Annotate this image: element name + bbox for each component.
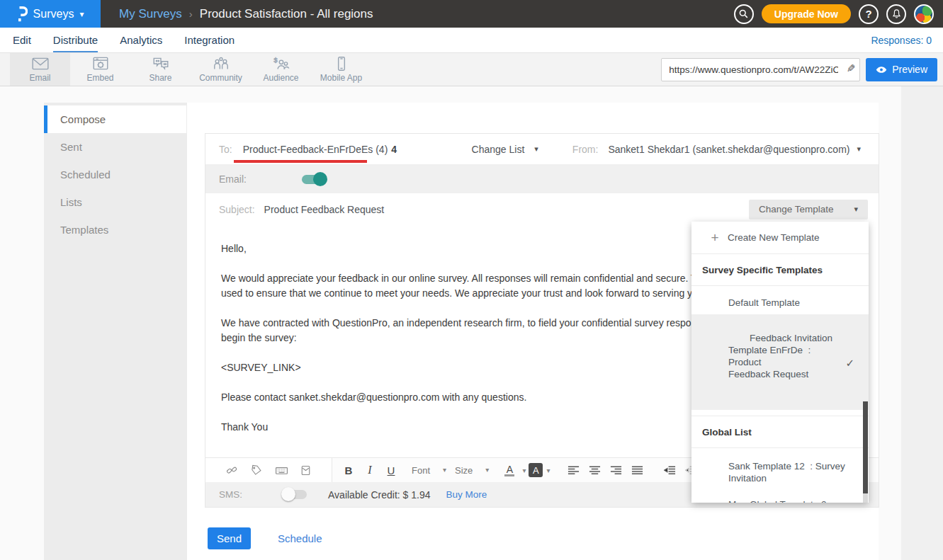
background-color-button[interactable]: A: [529, 463, 543, 477]
edit-url-pencil-icon[interactable]: ✎: [847, 62, 856, 75]
tab-distribute[interactable]: Distribute: [53, 28, 98, 52]
email-toggle-row: Email:: [205, 165, 879, 193]
channel-audience[interactable]: $ Audience: [251, 53, 311, 86]
align-center-button[interactable]: [585, 461, 604, 479]
tab-analytics[interactable]: Analytics: [120, 28, 162, 52]
check-icon: ✓: [845, 356, 854, 368]
sms-toggle-label: SMS:: [219, 489, 242, 500]
insert-link-icon[interactable]: [226, 464, 238, 476]
indent-button[interactable]: [660, 461, 679, 479]
tab-integration[interactable]: Integration: [184, 28, 235, 52]
template-item-feedback-invitation[interactable]: Feedback Invitation Template EnFrDe : Pr…: [691, 314, 869, 410]
product-switcher[interactable]: Surveys ▾: [0, 0, 101, 28]
questionpro-logo-icon: [17, 6, 28, 22]
chevron-down-icon: ▾: [79, 10, 84, 18]
chevron-down-icon: ▾: [534, 145, 538, 153]
email-sidebar: Compose Sent Scheduled Lists Templates: [44, 103, 186, 560]
italic-button[interactable]: I: [361, 461, 379, 479]
community-people-icon: [212, 56, 230, 72]
email-toggle[interactable]: [302, 175, 326, 184]
menu-scrollbar-thumb[interactable]: [863, 401, 868, 493]
text-style-group: B I U: [332, 458, 407, 482]
recipient-count: 4: [391, 144, 397, 155]
product-name: Surveys: [33, 8, 74, 21]
toggle-knob: [313, 172, 327, 186]
channel-share[interactable]: Share: [130, 53, 191, 86]
distribute-channelbar: Email Embed Share Community $ Audience M…: [0, 53, 943, 86]
sidebar-item-scheduled[interactable]: Scheduled: [44, 161, 186, 188]
template-item-sank[interactable]: Sank Template 12 : Survey Invitation: [691, 453, 869, 491]
chevron-down-icon: ▾: [546, 467, 550, 474]
channel-email[interactable]: Email: [10, 53, 70, 86]
sidebar-item-sent[interactable]: Sent: [44, 133, 186, 161]
channel-embed[interactable]: Embed: [70, 53, 130, 86]
help-icon[interactable]: ?: [859, 4, 879, 24]
breadcrumb-my-surveys[interactable]: My Surveys: [119, 7, 182, 21]
audience-dollar-people-icon: $: [272, 56, 290, 72]
align-justify-button[interactable]: [628, 461, 646, 479]
font-size-select[interactable]: Size ▾: [451, 465, 493, 476]
test-email-icon[interactable]: [300, 465, 311, 476]
font-family-select[interactable]: Font ▾: [407, 465, 451, 476]
sidebar-item-lists[interactable]: Lists: [44, 188, 186, 216]
mobile-phone-icon: [332, 56, 351, 72]
email-toggle-label: Email:: [219, 173, 247, 185]
change-template-button[interactable]: Change Template ▾: [749, 200, 868, 219]
send-button[interactable]: Send: [208, 527, 251, 549]
notifications-bell-icon[interactable]: [886, 4, 906, 24]
merge-tag-icon[interactable]: [250, 464, 262, 476]
upgrade-now-button[interactable]: Upgrade Now: [762, 4, 851, 23]
subject-label: Subject:: [219, 204, 255, 215]
template-item-label: Feedback Invitation Template EnFrDe : Pr…: [728, 333, 832, 379]
preview-label: Preview: [892, 64, 927, 75]
align-right-button[interactable]: [606, 461, 625, 479]
schedule-link[interactable]: Schedule: [278, 532, 322, 544]
chevron-down-icon: ▾: [854, 205, 858, 213]
top-header: Surveys ▾ My Surveys › Product Satisfact…: [0, 0, 943, 28]
toggle-knob: [281, 487, 295, 501]
sms-toggle[interactable]: [283, 490, 307, 499]
recipients-row: To: Product-Feedback-EnFrDeEs (4) 4 Chan…: [205, 134, 879, 165]
user-avatar[interactable]: [914, 4, 934, 24]
recipient-list-name[interactable]: Product-Feedback-EnFrDeEs (4): [243, 144, 388, 155]
template-item-default[interactable]: Default Template: [691, 291, 869, 314]
subject-value[interactable]: Product Feedback Request: [264, 204, 385, 215]
survey-url-field: ✎: [661, 58, 860, 81]
embed-browser-icon: [91, 56, 110, 72]
from-sender-dropdown[interactable]: Sanket1 Shekdar1 (sanket.shekdar@questio…: [608, 144, 861, 155]
chevron-down-icon: ▾: [857, 145, 861, 153]
align-left-button[interactable]: [564, 461, 582, 479]
breadcrumb-survey-title: Product Satisfaction - All regions: [200, 7, 373, 21]
survey-url-input[interactable]: [661, 58, 860, 81]
channel-label: Audience: [263, 73, 298, 83]
channel-community[interactable]: Community: [191, 53, 251, 86]
channel-mobile-app[interactable]: Mobile App: [311, 53, 371, 86]
create-new-template-item[interactable]: + Create New Template: [691, 222, 869, 254]
preview-button[interactable]: Preview: [866, 58, 937, 81]
page-right-gutter: [901, 86, 943, 560]
template-item-map-global[interactable]: Map Global Template 2 : Survey Invitatio…: [691, 491, 869, 503]
survey-tabbar: Edit Distribute Analytics Integration Re…: [0, 28, 943, 53]
channel-label: Share: [149, 73, 171, 83]
change-list-dropdown[interactable]: Change List ▾: [472, 144, 538, 155]
chevron-down-icon: ▾: [443, 467, 446, 474]
tab-edit[interactable]: Edit: [13, 28, 31, 52]
text-color-button[interactable]: A: [500, 461, 519, 479]
change-list-label: Change List: [472, 144, 525, 155]
breadcrumb-separator-icon: ›: [189, 8, 193, 20]
sidebar-item-templates[interactable]: Templates: [44, 216, 186, 244]
from-label: From:: [572, 144, 599, 155]
search-icon[interactable]: [734, 4, 754, 24]
svg-text:$: $: [273, 56, 278, 64]
header-actions: Upgrade Now ?: [734, 4, 943, 24]
text-color-glyph: A: [507, 464, 513, 474]
underline-button[interactable]: U: [382, 461, 400, 479]
buy-more-link[interactable]: Buy More: [446, 489, 487, 500]
keyboard-icon[interactable]: [275, 465, 288, 476]
survey-template-list: Default Template Feedback Invitation Tem…: [691, 286, 869, 416]
font-select-label: Font: [412, 465, 430, 476]
sidebar-item-compose[interactable]: Compose: [44, 105, 186, 133]
bold-button[interactable]: B: [339, 461, 358, 479]
send-actions: Send Schedule: [208, 527, 322, 549]
text-color-bar: [504, 474, 514, 476]
